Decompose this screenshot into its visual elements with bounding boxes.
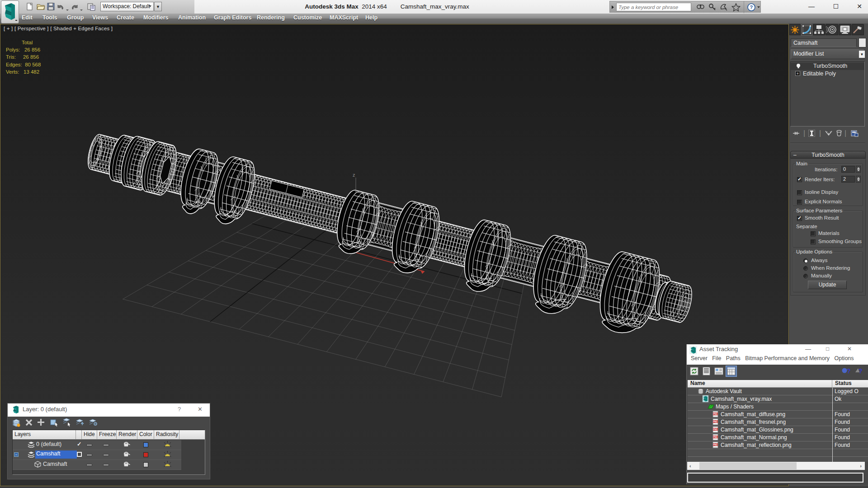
btn-max[interactable]: ☐ <box>826 0 846 13</box>
at-toolbar: ? ? <box>687 365 868 380</box>
svg-text:?: ? <box>859 367 863 375</box>
object-name[interactable] <box>791 38 857 47</box>
app-logo[interactable] <box>1 0 19 23</box>
titlebar: Workspace: Default ▼ Autodesk 3ds Max 20… <box>0 0 868 14</box>
modifier-stack: TurboSmooth +Editable Poly <box>790 61 865 127</box>
layer-table: Layers Hide Freeze Render Color Radiosit… <box>12 430 205 475</box>
layer-dialog: Layer: 0 (default) ? ✕ Layers Hide Freez… <box>7 403 210 479</box>
color-swatch[interactable] <box>859 38 866 47</box>
svg-text:z: z <box>353 172 355 178</box>
asset-tracking: Asset Tracking — □ ✕ Server File Paths B… <box>686 344 868 484</box>
svg-text:?: ? <box>750 5 753 10</box>
panel-tabs <box>789 24 868 36</box>
at-menu: Server File Paths Bitmap Performance and… <box>691 355 854 361</box>
svg-text:PNG: PNG <box>713 436 718 438</box>
viewport-label[interactable]: [ + ] [ Perspective ] [ Shaded + Edged F… <box>4 26 113 31</box>
stack-toolbar: | | | <box>789 129 868 139</box>
svg-text:PNG: PNG <box>713 444 718 446</box>
infocenter: ? <box>609 1 761 13</box>
at-scrollbar[interactable]: ‹ › <box>687 462 865 470</box>
layer-toolbar <box>8 417 210 430</box>
btn-close[interactable]: ✕ <box>849 0 868 13</box>
modifier-list[interactable]: Modifier List▼ <box>791 49 864 59</box>
svg-text:PNG: PNG <box>713 413 718 415</box>
menubar: Edit Tools Group Views Create Modifiers … <box>0 14 868 24</box>
at-table: Name Status Autodesk VaultLogged O Camsh… <box>688 380 868 462</box>
btn-min[interactable]: — <box>801 0 822 13</box>
statistics: Total Polys: 26 856 Tris: 26 856 Edges: … <box>6 39 41 75</box>
svg-text:?: ? <box>847 367 851 375</box>
at-message <box>687 473 863 483</box>
rollout-turbosmooth: –TurboSmooth Main Iterations: 0 Render I… <box>790 151 866 296</box>
svg-text:PNG: PNG <box>713 428 718 431</box>
autodesk-3dsmax-2014: Workspace: Default ▼ Autodesk 3ds Max 20… <box>0 0 868 488</box>
svg-text:PNG: PNG <box>713 421 718 423</box>
